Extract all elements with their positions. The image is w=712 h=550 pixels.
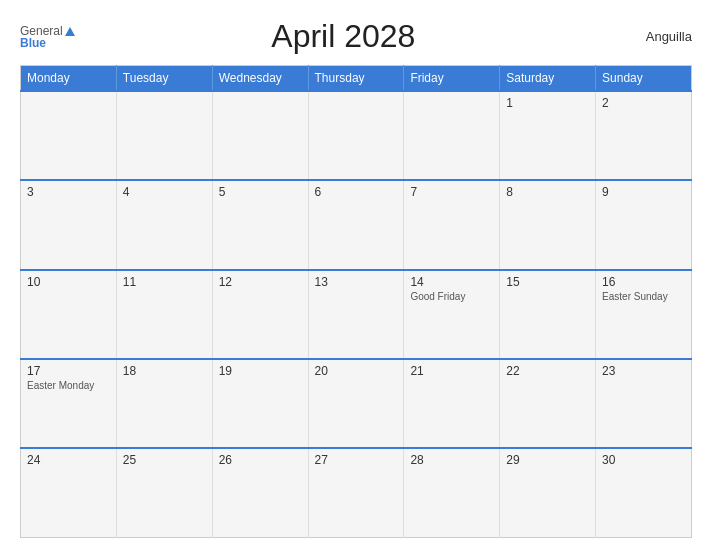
calendar-cell: 19 — [212, 359, 308, 448]
holiday-label: Easter Monday — [27, 380, 110, 391]
day-number: 12 — [219, 275, 302, 289]
calendar-cell: 5 — [212, 180, 308, 269]
calendar-cell: 3 — [21, 180, 117, 269]
calendar-title: April 2028 — [75, 18, 612, 55]
day-number: 10 — [27, 275, 110, 289]
calendar-cell: 8 — [500, 180, 596, 269]
calendar-page: General Blue April 2028 Anguilla Monday … — [0, 0, 712, 550]
logo-general-text: General — [20, 25, 63, 37]
calendar-cell: 23 — [596, 359, 692, 448]
calendar-cell: 18 — [116, 359, 212, 448]
calendar-cell: 27 — [308, 448, 404, 537]
day-number: 21 — [410, 364, 493, 378]
day-number: 8 — [506, 185, 589, 199]
calendar-cell: 24 — [21, 448, 117, 537]
header: General Blue April 2028 Anguilla — [20, 18, 692, 55]
calendar-week-row: 1011121314Good Friday1516Easter Sunday — [21, 270, 692, 359]
day-number: 4 — [123, 185, 206, 199]
calendar-cell: 13 — [308, 270, 404, 359]
calendar-week-row: 17Easter Monday181920212223 — [21, 359, 692, 448]
logo-triangle-icon — [65, 27, 75, 36]
header-saturday: Saturday — [500, 66, 596, 92]
region-label: Anguilla — [612, 29, 692, 44]
day-number: 28 — [410, 453, 493, 467]
calendar-cell: 10 — [21, 270, 117, 359]
calendar-cell — [116, 91, 212, 180]
header-thursday: Thursday — [308, 66, 404, 92]
calendar-cell — [404, 91, 500, 180]
calendar-cell: 12 — [212, 270, 308, 359]
calendar-cell: 26 — [212, 448, 308, 537]
day-number: 27 — [315, 453, 398, 467]
header-tuesday: Tuesday — [116, 66, 212, 92]
day-number: 6 — [315, 185, 398, 199]
logo-blue-text: Blue — [20, 37, 75, 49]
day-number: 30 — [602, 453, 685, 467]
calendar-cell — [212, 91, 308, 180]
calendar-cell — [21, 91, 117, 180]
day-number: 2 — [602, 96, 685, 110]
day-number: 5 — [219, 185, 302, 199]
calendar-cell: 30 — [596, 448, 692, 537]
day-number: 14 — [410, 275, 493, 289]
day-number: 11 — [123, 275, 206, 289]
day-number: 7 — [410, 185, 493, 199]
calendar-week-row: 3456789 — [21, 180, 692, 269]
calendar-cell: 7 — [404, 180, 500, 269]
day-number: 13 — [315, 275, 398, 289]
day-number: 26 — [219, 453, 302, 467]
calendar-week-row: 12 — [21, 91, 692, 180]
header-sunday: Sunday — [596, 66, 692, 92]
header-wednesday: Wednesday — [212, 66, 308, 92]
day-number: 15 — [506, 275, 589, 289]
day-number: 23 — [602, 364, 685, 378]
calendar-cell: 17Easter Monday — [21, 359, 117, 448]
day-number: 19 — [219, 364, 302, 378]
day-number: 20 — [315, 364, 398, 378]
holiday-label: Good Friday — [410, 291, 493, 302]
calendar-cell: 4 — [116, 180, 212, 269]
calendar-cell: 15 — [500, 270, 596, 359]
day-number: 18 — [123, 364, 206, 378]
day-number: 17 — [27, 364, 110, 378]
calendar-cell: 11 — [116, 270, 212, 359]
calendar-cell: 29 — [500, 448, 596, 537]
day-number: 22 — [506, 364, 589, 378]
weekday-header-row: Monday Tuesday Wednesday Thursday Friday… — [21, 66, 692, 92]
calendar-week-row: 24252627282930 — [21, 448, 692, 537]
day-number: 29 — [506, 453, 589, 467]
calendar-cell: 14Good Friday — [404, 270, 500, 359]
calendar-cell: 16Easter Sunday — [596, 270, 692, 359]
calendar-cell: 28 — [404, 448, 500, 537]
calendar-cell: 21 — [404, 359, 500, 448]
calendar-cell: 22 — [500, 359, 596, 448]
day-number: 25 — [123, 453, 206, 467]
calendar-table: Monday Tuesday Wednesday Thursday Friday… — [20, 65, 692, 538]
day-number: 3 — [27, 185, 110, 199]
day-number: 1 — [506, 96, 589, 110]
calendar-cell: 20 — [308, 359, 404, 448]
calendar-cell: 9 — [596, 180, 692, 269]
day-number: 9 — [602, 185, 685, 199]
calendar-cell: 2 — [596, 91, 692, 180]
calendar-cell: 6 — [308, 180, 404, 269]
day-number: 24 — [27, 453, 110, 467]
calendar-cell — [308, 91, 404, 180]
header-friday: Friday — [404, 66, 500, 92]
logo: General Blue — [20, 25, 75, 49]
calendar-cell: 1 — [500, 91, 596, 180]
header-monday: Monday — [21, 66, 117, 92]
calendar-cell: 25 — [116, 448, 212, 537]
holiday-label: Easter Sunday — [602, 291, 685, 302]
day-number: 16 — [602, 275, 685, 289]
